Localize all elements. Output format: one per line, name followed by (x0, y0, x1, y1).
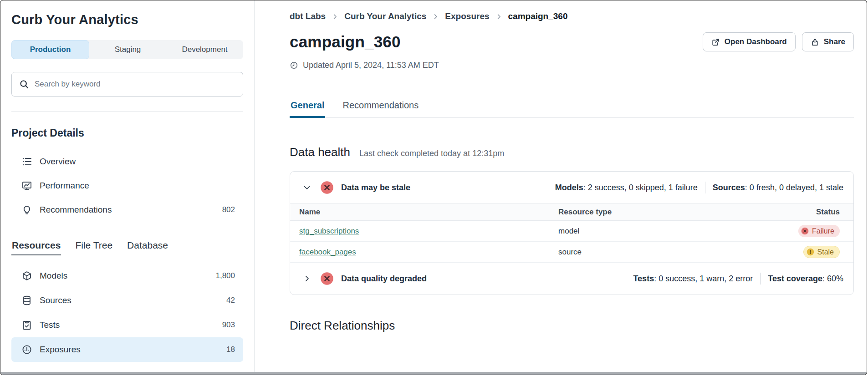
app-window: Curb Your Analytics Production Staging D… (0, 0, 867, 375)
chevron-right-icon (495, 13, 502, 20)
item-count: 1,800 (215, 271, 235, 280)
breadcrumb-current: campaign_360 (508, 11, 568, 21)
direct-relationships-heading: Direct Relationships (290, 319, 854, 333)
env-tab-development[interactable]: Development (166, 40, 243, 59)
environment-switcher: Production Staging Development (11, 40, 243, 59)
data-health-heading: Data health (290, 145, 350, 159)
last-check-text: Last check completed today at 12:31pm (359, 149, 504, 158)
x-circle-icon (801, 227, 809, 235)
project-details-nav: Overview Performance Recommendations 802 (11, 149, 243, 222)
gauge-icon (21, 344, 32, 355)
stale-section-title: Data may be stale (341, 183, 410, 193)
tab-resources[interactable]: Resources (11, 240, 61, 255)
stale-section-stats: Models: 2 success, 0 skipped, 1 failure … (555, 182, 843, 193)
quality-section-stats: Tests: 0 success, 1 warn, 2 error Test c… (633, 273, 843, 285)
item-count: 18 (226, 345, 235, 354)
window-bottom-edge (0, 372, 867, 375)
column-header-status: Status (758, 208, 853, 217)
open-dashboard-button[interactable]: Open Dashboard (703, 32, 796, 51)
status-badge-failure: Failure (798, 225, 840, 237)
detail-tabs: General Recommendations (290, 96, 854, 118)
tab-database[interactable]: Database (127, 240, 168, 255)
updated-timestamp: Updated April 5, 2024, 11:53 AM EDT (290, 61, 854, 70)
sidebar-item-label: Sources (40, 295, 71, 305)
project-details-heading: Project Details (11, 127, 243, 139)
main-content: dbt Labs Curb Your Analytics Exposures c… (255, 0, 867, 375)
warning-circle-icon (807, 248, 814, 256)
table-row: stg_subscriptions model Failure (290, 221, 853, 242)
list-icon (21, 156, 32, 167)
page-actions: Open Dashboard Share (703, 32, 854, 51)
clock-icon (290, 61, 298, 70)
sidebar-item-label: Tests (40, 320, 60, 330)
column-header-name: Name (290, 208, 549, 217)
sources-stats: Sources: 0 fresh, 0 delayed, 1 stale (713, 183, 843, 193)
expand-button[interactable] (300, 272, 314, 285)
external-link-icon (711, 38, 720, 46)
sidebar-item-exposures[interactable]: Exposures 18 (11, 337, 243, 362)
clipboard-check-icon (21, 320, 32, 330)
sidebar-item-sources[interactable]: Sources 42 (11, 288, 243, 313)
resource-type-cell: source (549, 248, 758, 257)
env-tab-staging[interactable]: Staging (89, 40, 166, 59)
data-health-header: Data health Last check completed today a… (290, 145, 854, 159)
table-header-row: Name Resource type Status (290, 203, 853, 221)
sidebar-item-label: Overview (40, 157, 76, 167)
sidebar-item-performance[interactable]: Performance (11, 173, 243, 198)
table-row: facebook_pages source Stale (290, 242, 853, 263)
search-box[interactable] (11, 72, 243, 97)
item-count: 42 (226, 296, 235, 305)
resource-link[interactable]: facebook_pages (299, 248, 356, 256)
tab-recommendations[interactable]: Recommendations (342, 96, 419, 118)
search-icon (19, 79, 29, 89)
coverage-stats: Test coverage: 60% (768, 274, 843, 284)
resource-link[interactable]: stg_subscriptions (299, 227, 359, 235)
share-icon (811, 38, 819, 46)
performance-icon (21, 180, 32, 191)
stats-divider (705, 182, 705, 193)
collapse-button[interactable] (300, 181, 314, 194)
tab-general[interactable]: General (290, 96, 325, 118)
item-count: 802 (222, 205, 235, 214)
models-stats: Models: 2 success, 0 skipped, 1 failure (555, 183, 698, 193)
stats-divider (760, 273, 761, 285)
chevron-right-icon (303, 274, 311, 283)
error-circle-icon (320, 272, 334, 285)
sidebar-item-label: Recommendations (40, 205, 112, 215)
open-dashboard-label: Open Dashboard (725, 37, 787, 46)
resource-type-cell: model (549, 227, 758, 236)
item-count: 903 (222, 320, 235, 330)
sidebar-item-recommendations[interactable]: Recommendations 802 (11, 198, 243, 222)
search-input[interactable] (35, 80, 235, 89)
quality-section-title: Data quality degraded (341, 274, 427, 284)
column-header-resource-type: Resource type (549, 208, 758, 217)
breadcrumb-dbt-labs[interactable]: dbt Labs (290, 11, 326, 21)
stale-section-row: Data may be stale Models: 2 success, 0 s… (290, 172, 853, 203)
updated-text: Updated April 5, 2024, 11:53 AM EDT (303, 61, 439, 70)
breadcrumb-exposures[interactable]: Exposures (445, 11, 489, 21)
quality-section-row: Data quality degraded Tests: 0 success, … (290, 263, 853, 295)
tab-file-tree[interactable]: File Tree (75, 240, 113, 255)
resources-nav: Models 1,800 Sources 42 Tests 903 (11, 264, 243, 362)
sidebar-item-label: Models (40, 271, 67, 281)
lightbulb-icon (21, 204, 32, 215)
sidebar-item-overview[interactable]: Overview (11, 149, 243, 173)
breadcrumb: dbt Labs Curb Your Analytics Exposures c… (290, 11, 854, 21)
data-health-card: Data may be stale Models: 2 success, 0 s… (290, 171, 854, 295)
env-tab-production[interactable]: Production (11, 40, 89, 59)
sidebar-divider (11, 111, 243, 112)
cube-icon (21, 270, 32, 281)
status-badge-stale: Stale (803, 246, 840, 258)
chevron-down-icon (303, 183, 311, 192)
explorer-tabs: Resources File Tree Database (11, 240, 243, 255)
sidebar-item-label: Exposures (40, 345, 81, 355)
sidebar-item-label: Performance (40, 181, 89, 191)
title-row: campaign_360 Open Dashboard Share (290, 32, 854, 51)
sidebar-item-tests[interactable]: Tests 903 (11, 313, 243, 337)
breadcrumb-project[interactable]: Curb Your Analytics (344, 11, 426, 21)
tests-stats: Tests: 0 success, 1 warn, 2 error (633, 274, 753, 284)
project-title: Curb Your Analytics (11, 12, 243, 27)
share-button[interactable]: Share (802, 32, 854, 51)
sidebar-item-models[interactable]: Models 1,800 (11, 264, 243, 288)
database-icon (21, 295, 32, 306)
